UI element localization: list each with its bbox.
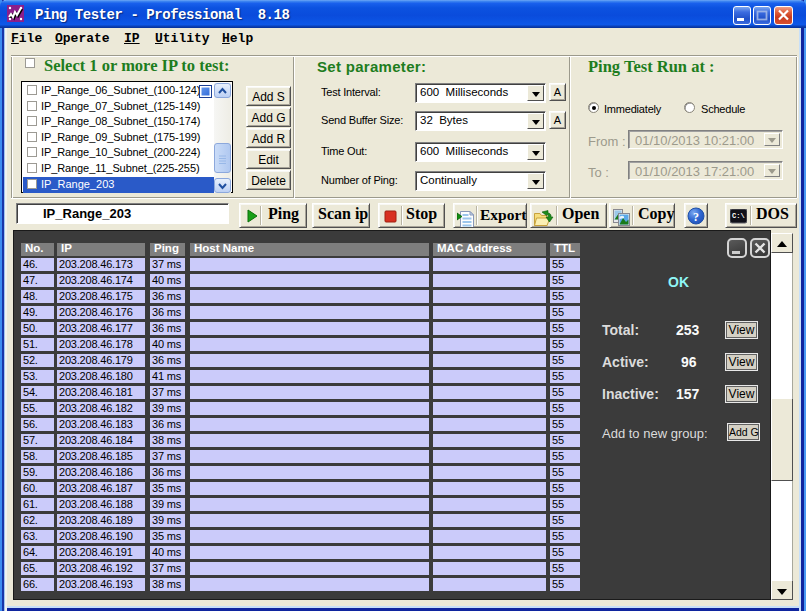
svg-text:C:\: C:\ — [732, 212, 745, 220]
svg-text:?: ? — [693, 210, 699, 224]
